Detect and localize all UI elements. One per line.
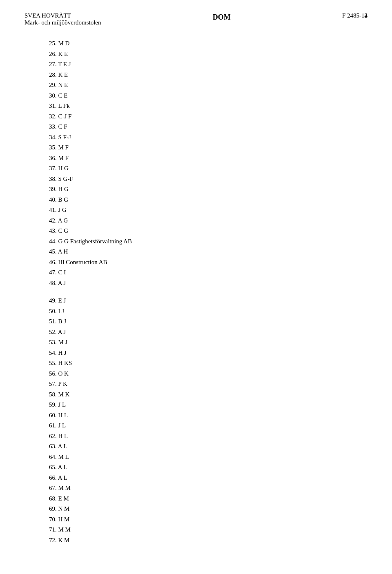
list-item: 72. K M	[49, 535, 368, 546]
list-item: 62. H L	[49, 431, 368, 442]
list-item: 57. P K	[49, 379, 368, 389]
list-item: 54. H J	[49, 348, 368, 358]
list-item: 47. C I	[49, 267, 368, 278]
list-item: 59. J L	[49, 400, 368, 410]
list-item: 31. L Fk	[49, 101, 368, 111]
page-number: 2	[365, 12, 368, 19]
list-item: 30. C E	[49, 91, 368, 101]
list-item: 55. H KS	[49, 358, 368, 369]
list-item: 50. I J	[49, 306, 368, 317]
list-item: 69. N M	[49, 504, 368, 514]
list-item: 42. A G	[49, 216, 368, 226]
list-item: 48. A J	[49, 278, 368, 289]
content: 25. M D26. K E27. T E J28. K E29. N E30.…	[49, 38, 368, 545]
list-item: 36. M F	[49, 153, 368, 164]
list-item: 25. M D	[49, 38, 368, 49]
header-left: SVEA HOVRÄTT Mark- och miljööverdomstole…	[24, 12, 101, 26]
list-item: 71. M M	[49, 525, 368, 535]
list-item: 67. M M	[49, 483, 368, 494]
list-item: 68. E M	[49, 494, 368, 504]
list-item: 26. K E	[49, 49, 368, 60]
list-item: 58. M K	[49, 389, 368, 400]
list-item: 56. O K	[49, 369, 368, 379]
list-item: 65. A L	[49, 462, 368, 473]
list-item: 53. M J	[49, 337, 368, 348]
list-item: 37. H G	[49, 163, 368, 174]
list-item: 63. A L	[49, 441, 368, 452]
list-item: 52. A J	[49, 327, 368, 338]
list-item: 29. N E	[49, 80, 368, 91]
list-item: 35. M F	[49, 142, 368, 153]
list-item: 43. C G	[49, 226, 368, 236]
list-spacer	[49, 288, 368, 296]
list-item: 64. M L	[49, 452, 368, 463]
header: SVEA HOVRÄTT Mark- och miljööverdomstole…	[24, 12, 368, 26]
list-item: 49. E J	[49, 296, 368, 306]
list-item: 40. B G	[49, 195, 368, 205]
list-item: 51. B J	[49, 316, 368, 327]
list-item: 39. H G	[49, 184, 368, 195]
list-item: 66. A L	[49, 473, 368, 483]
list-item: 44. G G Fastighetsförvaltning AB	[49, 236, 368, 247]
list-item: 46. Hl Construction AB	[49, 257, 368, 268]
court-name: SVEA HOVRÄTT	[24, 12, 101, 19]
list-item: 34. S F-J	[49, 132, 368, 143]
list-item: 38. S G-F	[49, 174, 368, 185]
list-item: 32. C-J F	[49, 111, 368, 122]
list-item: 27. T E J	[49, 59, 368, 70]
list-item: 61. J L	[49, 420, 368, 431]
case-number: F 2485-14	[342, 12, 368, 19]
list-item: 60. H L	[49, 410, 368, 421]
list-item: 41. J G	[49, 205, 368, 216]
list-item: 70. H M	[49, 514, 368, 525]
list-item: 45. A H	[49, 247, 368, 257]
document-type: DOM	[101, 12, 342, 22]
court-division: Mark- och miljööverdomstolen	[24, 19, 101, 26]
list-item: 33. C F	[49, 122, 368, 132]
page: 2 SVEA HOVRÄTT Mark- och miljööverdomsto…	[0, 0, 392, 574]
list-item: 28. K E	[49, 70, 368, 80]
